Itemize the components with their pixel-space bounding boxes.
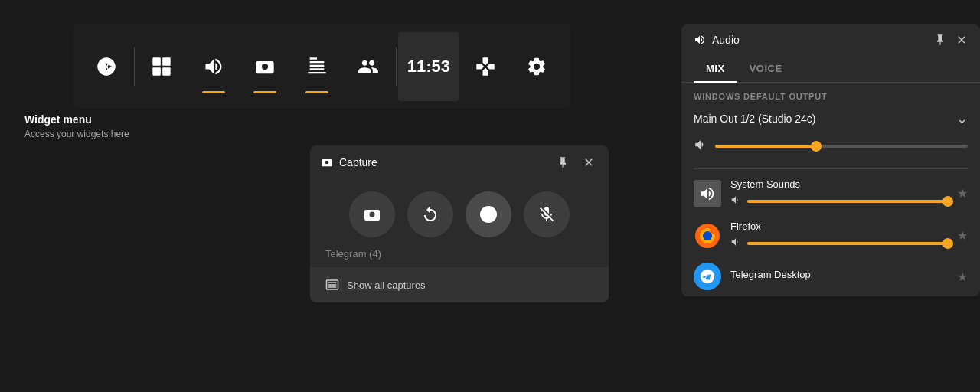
capture-pin-button[interactable] (554, 153, 572, 172)
show-all-captures-button[interactable]: Show all captures (310, 267, 609, 302)
firefox-slider[interactable] (747, 242, 948, 245)
telegram-name: Telegram Desktop (730, 269, 948, 280)
show-all-icon (325, 278, 339, 292)
controller-icon (475, 56, 496, 77)
system-volume-svg (730, 194, 741, 205)
capture-panel-icon (321, 156, 333, 168)
screenshot-button[interactable] (349, 191, 395, 237)
system-sounds-icon (694, 180, 721, 207)
audio-master-volume-row (681, 135, 980, 165)
audio-divider-1 (694, 168, 968, 169)
svg-rect-5 (162, 67, 171, 76)
master-volume-thumb[interactable] (811, 141, 822, 152)
gamebar-social-button[interactable] (343, 32, 395, 101)
audio-title: Audio (694, 34, 740, 46)
capture-close-button[interactable] (580, 153, 598, 172)
firefox-name: Firefox (730, 220, 948, 232)
system-sounds-row: System Sounds ★ (681, 172, 980, 214)
audio-device-name: Main Out 1/2 (Studio 24c) (694, 113, 816, 125)
widget-menu-title: Widget menu (24, 113, 129, 126)
divider-1 (134, 47, 135, 86)
svg-rect-4 (153, 67, 162, 76)
capture-header: Capture (310, 145, 609, 179)
audio-panel: Audio MIX VOICE WINDOWS DEFAULT OUTPUT (681, 24, 980, 296)
audio-header: Audio (681, 24, 980, 55)
capture-title-text: Capture (339, 156, 377, 168)
firefox-icon (694, 222, 721, 250)
audio-close-button[interactable] (956, 34, 968, 46)
audio-header-actions (934, 34, 968, 46)
widget-menu-subtitle: Access your widgets here (24, 129, 129, 139)
gamebar-settings-button[interactable] (511, 32, 563, 101)
capture-panel: Capture (310, 145, 609, 302)
system-sounds-svg (699, 185, 716, 202)
gamebar-time[interactable]: 11:53 (398, 32, 459, 101)
system-sounds-thumb[interactable] (942, 196, 953, 207)
firefox-volume-svg (730, 237, 741, 247)
audio-panel-icon (694, 34, 706, 46)
last-clip-icon (421, 205, 439, 224)
tab-voice[interactable]: VOICE (737, 55, 795, 82)
show-all-label: Show all captures (347, 279, 426, 291)
audio-pin-button[interactable] (934, 34, 946, 46)
screenshot-icon (363, 205, 381, 224)
xbox-icon: X (96, 56, 117, 77)
telegram-svg (699, 268, 716, 285)
close-icon (583, 156, 595, 168)
audio-tabs: MIX VOICE (681, 55, 980, 83)
telegram-star-button[interactable]: ★ (957, 270, 968, 284)
gamebar-xbox-button[interactable]: X (80, 32, 132, 101)
pin-icon (557, 156, 569, 168)
svg-rect-2 (153, 57, 162, 66)
record-button[interactable] (466, 191, 511, 237)
firefox-row: Firefox ★ (681, 214, 980, 256)
social-icon (358, 56, 379, 77)
gamebar-capture-button[interactable] (239, 32, 291, 101)
gamebar-controller-button[interactable] (459, 32, 511, 101)
chevron-down-icon: ⌄ (956, 110, 968, 127)
firefox-col: Firefox (730, 220, 948, 250)
audio-device-row[interactable]: Main Out 1/2 (Studio 24c) ⌄ (681, 106, 980, 135)
audio-title-text: Audio (712, 34, 740, 46)
firefox-volume-icon (730, 237, 741, 250)
capture-title: Capture (321, 156, 377, 168)
speaker-icon (694, 138, 707, 152)
capture-buttons (310, 179, 609, 245)
settings-icon (526, 56, 547, 77)
telegram-col: Telegram Desktop (730, 269, 948, 285)
gamebar-audio-button[interactable] (188, 32, 240, 101)
last-clip-button[interactable] (407, 191, 453, 237)
system-sounds-slider-row (730, 194, 948, 208)
widget-icon (151, 56, 172, 77)
divider-2 (396, 47, 397, 86)
system-volume-icon (730, 194, 741, 208)
telegram-row: Telegram Desktop ★ (681, 256, 980, 296)
system-sounds-name: System Sounds (730, 178, 948, 190)
gamebar: X 11:53 (73, 24, 570, 109)
capture-header-actions (554, 153, 598, 172)
system-sounds-slider[interactable] (747, 200, 948, 203)
audio-icon (203, 56, 224, 77)
capture-icon (254, 56, 276, 77)
performance-icon (306, 56, 328, 77)
tab-mix[interactable]: MIX (694, 55, 737, 82)
master-volume-slider[interactable] (715, 145, 968, 148)
audio-pin-icon (934, 34, 946, 46)
firefox-svg (694, 222, 721, 250)
firefox-thumb[interactable] (942, 238, 953, 249)
capture-app-label: Telegram (4) (310, 245, 609, 267)
volume-icon (694, 138, 707, 155)
telegram-icon (694, 263, 721, 290)
audio-close-icon (956, 34, 968, 46)
firefox-slider-row (730, 237, 948, 250)
widget-tooltip: Widget menu Access your widgets here (24, 113, 129, 139)
audio-section-label: WINDOWS DEFAULT OUTPUT (681, 83, 980, 106)
mic-off-icon (537, 205, 556, 224)
system-sounds-col: System Sounds (730, 178, 948, 208)
gamebar-widget-button[interactable] (136, 32, 188, 101)
record-dot (480, 206, 497, 223)
mic-button[interactable] (524, 191, 570, 237)
firefox-star-button[interactable]: ★ (957, 228, 968, 243)
gamebar-performance-button[interactable] (291, 32, 343, 101)
system-sounds-star-button[interactable]: ★ (957, 186, 968, 201)
